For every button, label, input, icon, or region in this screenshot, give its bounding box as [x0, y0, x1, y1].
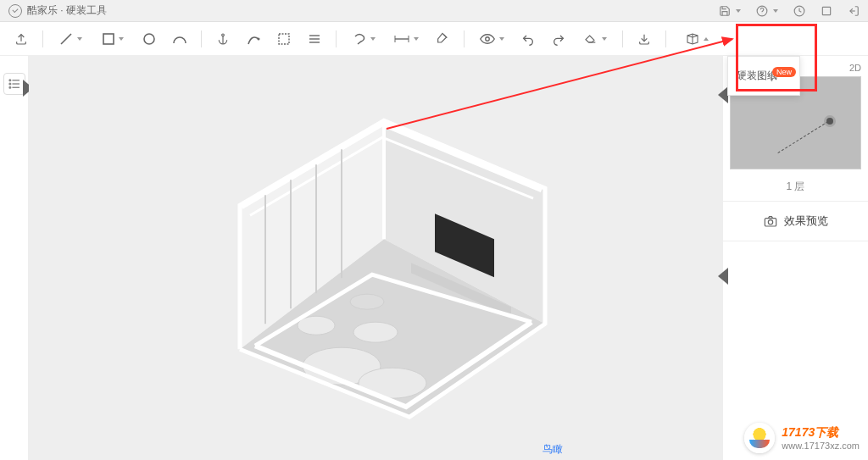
- app-logo-icon: [8, 4, 22, 18]
- watermark-url: www.17173xz.com: [782, 440, 860, 452]
- effect-preview-button[interactable]: 效果预览: [723, 202, 868, 241]
- help-menu[interactable]: [756, 5, 778, 17]
- svg-point-19: [485, 36, 489, 41]
- assets-list-icon[interactable]: [3, 73, 25, 95]
- watermark-brand: 17173下载: [782, 424, 860, 440]
- svg-point-39: [353, 322, 398, 342]
- effect-preview-label: 效果预览: [784, 213, 828, 229]
- exit-icon[interactable]: [848, 5, 860, 17]
- svg-point-11: [258, 37, 260, 40]
- svg-line-6: [61, 34, 71, 44]
- eraser-tool[interactable]: [575, 25, 615, 53]
- main-toolbar: [0, 22, 868, 56]
- anchor-tool[interactable]: [209, 25, 237, 53]
- svg-rect-43: [765, 219, 776, 226]
- layers-tool[interactable]: [300, 25, 329, 53]
- svg-rect-3: [822, 7, 830, 14]
- svg-point-22: [9, 80, 11, 81]
- dropdown-item-hardfit[interactable]: 硬装图纸 New: [728, 64, 799, 88]
- line-tool[interactable]: [50, 25, 91, 53]
- viewport-3d[interactable]: 鸟瞰: [29, 56, 722, 460]
- select-rect-tool[interactable]: [270, 25, 298, 53]
- history-icon[interactable]: [793, 5, 805, 17]
- right-panel: 2D 1 层 效果预览: [722, 56, 868, 460]
- dimension-tool[interactable]: [386, 25, 426, 53]
- redo-icon[interactable]: [544, 25, 573, 53]
- svg-point-9: [222, 34, 225, 36]
- drawings-menu[interactable]: [673, 25, 721, 53]
- arc-tool[interactable]: [165, 25, 194, 53]
- floor-label[interactable]: 1 层: [723, 173, 868, 202]
- svg-rect-7: [103, 34, 114, 44]
- cursor-icon: [767, 73, 777, 83]
- watermark: 17173下载 www.17173xz.com: [744, 423, 860, 453]
- left-rail: [0, 56, 29, 460]
- view-2d-toggle[interactable]: 2D: [849, 63, 861, 73]
- svg-point-24: [9, 83, 11, 85]
- camera-direction-line: [777, 121, 828, 153]
- app-title: 酷家乐 · 硬装工具: [27, 3, 107, 18]
- undo-icon[interactable]: [514, 25, 542, 53]
- circle-tool[interactable]: [135, 25, 164, 53]
- window-icon[interactable]: [821, 5, 832, 17]
- rect-tool[interactable]: [92, 25, 133, 53]
- title-bar: 酷家乐 · 硬装工具: [0, 0, 868, 22]
- upload-icon[interactable]: [7, 25, 36, 53]
- save-menu[interactable]: [719, 5, 741, 17]
- room-render: [189, 112, 562, 417]
- download-icon[interactable]: [630, 25, 659, 53]
- camera-position-icon[interactable]: [826, 118, 833, 125]
- camera-icon: [764, 215, 777, 227]
- svg-point-26: [9, 86, 11, 88]
- svg-point-41: [350, 294, 384, 309]
- watermark-logo-icon: [744, 423, 775, 453]
- curve-tool[interactable]: [239, 25, 268, 53]
- svg-point-8: [144, 34, 154, 44]
- lasso-tool[interactable]: [343, 25, 384, 53]
- birdseye-link[interactable]: 鸟瞰: [542, 442, 563, 457]
- visibility-tool[interactable]: [471, 25, 512, 53]
- paint-tool[interactable]: [428, 25, 457, 53]
- svg-rect-12: [279, 34, 289, 44]
- svg-point-44: [768, 220, 772, 224]
- drawings-dropdown: 硬装图纸 New: [727, 56, 800, 96]
